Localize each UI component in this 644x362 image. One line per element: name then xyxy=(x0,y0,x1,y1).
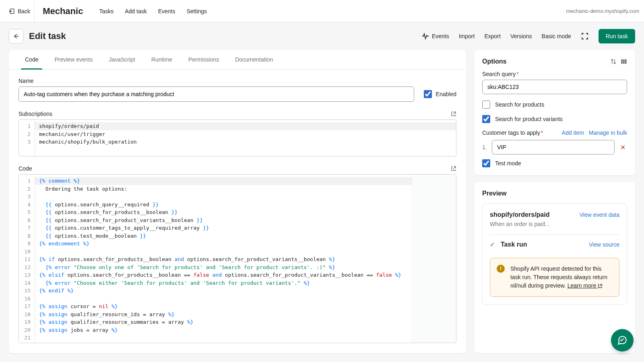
top-nav: Tasks Add task Events Settings xyxy=(99,8,207,14)
versions-link[interactable]: Versions xyxy=(510,33,532,39)
shop-url: mechanic-demo.myshopify.com xyxy=(566,8,639,14)
tag-index: 1. xyxy=(482,144,488,150)
preview-card: Preview shopify/orders/paid View event d… xyxy=(474,182,635,353)
search-variants-label: Search for product variants xyxy=(495,116,563,122)
external-link-icon xyxy=(598,284,603,288)
svg-rect-2 xyxy=(623,59,624,64)
svg-rect-1 xyxy=(621,59,623,64)
columns-icon[interactable] xyxy=(621,58,627,65)
subscriptions-label: Subscriptions xyxy=(19,111,52,117)
brand-title: Mechanic xyxy=(43,6,83,16)
nav-settings[interactable]: Settings xyxy=(186,8,207,14)
event-title: shopify/orders/paid xyxy=(490,211,549,218)
tab-permissions[interactable]: Permissions xyxy=(180,50,227,69)
customer-tags-label: Customer tags to apply xyxy=(482,130,540,136)
sort-icon[interactable] xyxy=(610,58,617,65)
chat-icon xyxy=(617,335,627,346)
code-label: Code xyxy=(19,165,32,172)
exit-icon xyxy=(9,8,15,14)
basic-mode-link[interactable]: Basic mode xyxy=(542,33,571,39)
test-mode-label: Test mode xyxy=(495,160,521,167)
nav-tasks[interactable]: Tasks xyxy=(99,8,114,14)
tab-code[interactable]: Code xyxy=(17,50,46,69)
remove-tag-button[interactable]: ✕ xyxy=(619,142,627,153)
popout-icon[interactable] xyxy=(451,166,456,171)
run-task-button[interactable]: Run task xyxy=(599,29,635,43)
activity-icon xyxy=(421,32,429,40)
fullscreen-icon xyxy=(581,32,589,40)
subscriptions-editor[interactable]: 123 shopify/orders/paidmechanic/user/tri… xyxy=(19,119,456,156)
events-link[interactable]: Events xyxy=(421,32,449,40)
search-products-checkbox[interactable] xyxy=(482,101,490,109)
name-label: Name xyxy=(19,78,456,84)
enabled-checkbox[interactable] xyxy=(424,90,432,98)
check-icon: ✓ xyxy=(490,241,495,248)
popout-icon[interactable] xyxy=(451,111,456,117)
tab-runtime[interactable]: Runtime xyxy=(143,50,180,69)
test-mode-checkbox[interactable] xyxy=(482,159,490,167)
preview-title: Preview xyxy=(482,190,627,197)
tab-documentation[interactable]: Documentation xyxy=(227,50,281,69)
back-arrow-button[interactable] xyxy=(9,29,23,43)
event-subtitle: When an order is paid... xyxy=(490,221,619,227)
main-panel: Code Preview events JavaScript Runtime P… xyxy=(9,50,466,353)
options-title: Options xyxy=(482,58,506,65)
search-products-label: Search for products xyxy=(495,101,544,108)
learn-more-link[interactable]: Learn more xyxy=(568,282,603,289)
fullscreen-button[interactable] xyxy=(581,32,589,40)
chat-fab[interactable] xyxy=(611,329,634,352)
search-query-input[interactable] xyxy=(482,80,627,94)
tag-input[interactable] xyxy=(492,140,615,154)
arrow-left-icon xyxy=(12,33,20,40)
nav-add-task[interactable]: Add task xyxy=(125,8,147,14)
name-input[interactable] xyxy=(19,86,414,102)
enabled-label: Enabled xyxy=(436,91,456,97)
export-link[interactable]: Export xyxy=(484,33,500,39)
tab-javascript[interactable]: JavaScript xyxy=(101,50,143,69)
add-item-link[interactable]: Add item xyxy=(562,130,584,136)
page-title: Edit task xyxy=(29,31,66,41)
back-label: Back xyxy=(18,8,30,14)
code-editor[interactable]: 123456789101112131415161718192021222324 … xyxy=(19,174,456,343)
topbar: Back Mechanic Tasks Add task Events Sett… xyxy=(0,0,644,23)
header-actions: Events Import Export Versions Basic mode… xyxy=(421,29,635,43)
tab-preview-events[interactable]: Preview events xyxy=(46,50,101,69)
svg-rect-3 xyxy=(625,59,626,64)
task-run-label: Task run xyxy=(501,241,583,248)
event-box: shopify/orders/paid View event data When… xyxy=(482,204,627,304)
search-variants-checkbox[interactable] xyxy=(482,115,490,123)
editor-tabs: Code Preview events JavaScript Runtime P… xyxy=(9,50,466,70)
back-button[interactable]: Back xyxy=(5,0,35,23)
view-event-data-link[interactable]: View event data xyxy=(580,212,619,218)
warning-banner: ! Shopify API request detected for this … xyxy=(490,258,619,297)
view-source-link[interactable]: View source xyxy=(589,241,619,248)
import-link[interactable]: Import xyxy=(459,33,475,39)
manage-bulk-link[interactable]: Manage in bulk xyxy=(589,130,627,136)
warning-icon: ! xyxy=(497,265,505,273)
nav-events[interactable]: Events xyxy=(158,8,175,14)
search-query-label: Search query xyxy=(482,71,516,77)
page-header: Edit task Events Import Export Versions … xyxy=(0,23,644,50)
code-minimap[interactable] xyxy=(412,175,456,343)
options-card: Options Search query* Search for product… xyxy=(474,50,635,175)
